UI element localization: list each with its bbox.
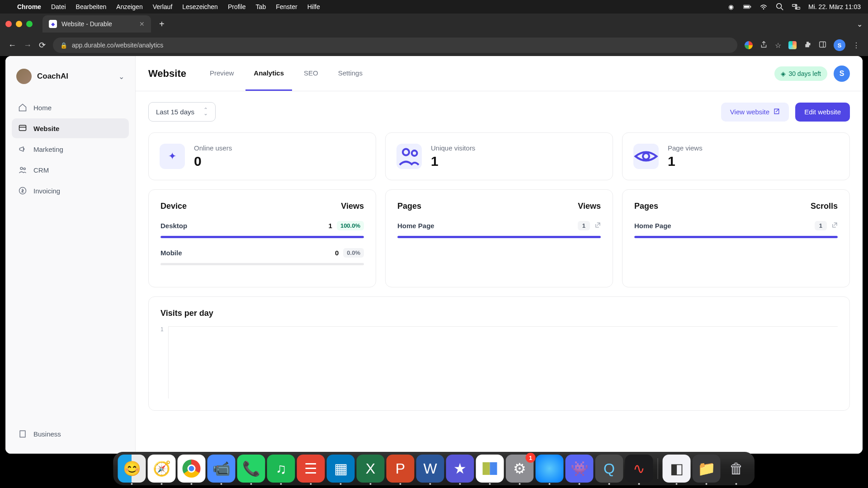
- search-icon[interactable]: [776, 3, 784, 11]
- menu-anzeigen[interactable]: Anzeigen: [116, 3, 142, 10]
- tab-seo[interactable]: SEO: [296, 56, 326, 91]
- share-icon[interactable]: [760, 41, 768, 50]
- record-icon[interactable]: ◉: [727, 3, 735, 11]
- sidebar-item-business[interactable]: Business: [12, 424, 129, 444]
- browser-tab[interactable]: ◆ Website - Durable ✕: [42, 15, 151, 33]
- tab-preview[interactable]: Preview: [202, 56, 242, 91]
- kpi-value: 0: [194, 154, 232, 169]
- svg-rect-1: [744, 6, 750, 8]
- dock-chrome[interactable]: [178, 455, 206, 483]
- sidebar-item-label: Business: [33, 430, 61, 438]
- dock-trello[interactable]: ▦: [327, 455, 355, 483]
- battery-icon[interactable]: [743, 3, 751, 11]
- dock-powerpoint[interactable]: P: [387, 455, 415, 483]
- device-row-mobile: Mobile 0 0.0%: [160, 248, 364, 265]
- dock-settings[interactable]: ⚙1: [506, 455, 534, 483]
- dock-trash[interactable]: 🗑: [722, 455, 750, 483]
- trial-badge[interactable]: ◈ 30 days left: [774, 66, 827, 81]
- browser-menu-icon[interactable]: ⋮: [853, 41, 860, 50]
- menubar-app-name[interactable]: Chrome: [17, 3, 41, 10]
- dock-whatsapp[interactable]: 📞: [237, 455, 265, 483]
- profile-avatar[interactable]: S: [834, 39, 845, 51]
- menu-bearbeiten[interactable]: Bearbeiten: [76, 3, 107, 10]
- date-range-select[interactable]: Last 15 days ⌃⌄: [148, 102, 216, 122]
- card-head-a: Pages: [634, 202, 658, 211]
- menu-hilfe[interactable]: Hilfe: [307, 3, 320, 10]
- menubar-datetime[interactable]: Mi. 22. März 11:03: [808, 3, 861, 10]
- kpi-value: 1: [431, 154, 475, 169]
- workspace-switcher[interactable]: CoachAI ⌄: [12, 65, 129, 88]
- menu-verlauf[interactable]: Verlauf: [153, 3, 173, 10]
- dock-drive[interactable]: [476, 455, 504, 483]
- dock-zoom[interactable]: 📹: [208, 455, 236, 483]
- external-link-icon[interactable]: [831, 222, 838, 230]
- svg-rect-17: [20, 431, 25, 437]
- chevron-down-icon: ⌄: [118, 72, 124, 81]
- svg-point-4: [777, 4, 782, 9]
- business-icon: [18, 429, 27, 438]
- trial-text: 30 days left: [788, 70, 821, 77]
- kpi-value: 1: [668, 154, 703, 169]
- back-button[interactable]: ←: [8, 41, 16, 50]
- tab-settings[interactable]: Settings: [330, 56, 371, 91]
- close-window-button[interactable]: [5, 21, 12, 27]
- menu-fenster[interactable]: Fenster: [276, 3, 297, 10]
- minimize-window-button[interactable]: [16, 21, 22, 27]
- external-link-icon[interactable]: [594, 222, 601, 230]
- menu-profile[interactable]: Profile: [228, 3, 246, 10]
- dock-finder[interactable]: 😊: [118, 455, 146, 483]
- forward-button[interactable]: →: [24, 41, 32, 50]
- dock-safari[interactable]: 🧭: [148, 455, 176, 483]
- device-name: Mobile: [160, 249, 330, 257]
- dock-spotify[interactable]: ♫: [267, 455, 295, 483]
- sidebar-item-website[interactable]: Website: [12, 118, 129, 138]
- svg-rect-12: [19, 125, 26, 131]
- tab-analytics[interactable]: Analytics: [245, 56, 292, 91]
- edit-website-button[interactable]: Edit website: [795, 103, 850, 122]
- sidebar-item-marketing[interactable]: Marketing: [12, 139, 129, 159]
- wifi-icon[interactable]: [760, 3, 768, 11]
- control-center-icon[interactable]: [792, 3, 800, 11]
- bookmark-icon[interactable]: ☆: [775, 41, 781, 50]
- new-tab-button[interactable]: +: [156, 17, 168, 31]
- browser-chrome: ◆ Website - Durable ✕ + ⌄ ← → ⟳ 🔒 app.du…: [0, 14, 868, 56]
- svg-point-14: [20, 167, 23, 169]
- visits-chart-card: Visits per day 1: [148, 296, 850, 411]
- reload-button[interactable]: ⟳: [39, 40, 46, 50]
- dock-excel[interactable]: X: [357, 455, 385, 483]
- dock-discord[interactable]: 👾: [566, 455, 594, 483]
- sidebar-item-crm[interactable]: CRM: [12, 160, 129, 180]
- dock-word[interactable]: W: [416, 455, 444, 483]
- dock-todoist[interactable]: ☰: [297, 455, 325, 483]
- maximize-window-button[interactable]: [26, 21, 33, 27]
- sidebar-item-home[interactable]: Home: [12, 98, 129, 117]
- sidepanel-icon[interactable]: [819, 41, 826, 50]
- marketing-icon: [18, 145, 27, 154]
- menu-lesezeichen[interactable]: Lesezeichen: [182, 3, 218, 10]
- close-tab-icon[interactable]: ✕: [139, 20, 145, 28]
- sidebar-item-label: CRM: [33, 166, 49, 174]
- extensions-icon[interactable]: [804, 41, 811, 50]
- page-count: 1: [578, 221, 590, 230]
- address-bar[interactable]: 🔒 app.durable.co/website/analytics: [53, 38, 737, 53]
- sidebar-item-invoicing[interactable]: Invoicing: [12, 181, 129, 201]
- user-avatar[interactable]: S: [834, 66, 850, 82]
- dock-folder[interactable]: 📁: [693, 455, 721, 483]
- device-count: 1: [329, 222, 332, 230]
- menu-tab[interactable]: Tab: [256, 3, 266, 10]
- view-website-button[interactable]: View website: [721, 103, 789, 122]
- dock-imovie[interactable]: ★: [446, 455, 474, 483]
- dock-quicktime[interactable]: Q: [595, 455, 623, 483]
- edit-website-label: Edit website: [804, 108, 841, 116]
- dock-badge: 1: [526, 453, 536, 463]
- chart-plot-area: [168, 326, 838, 399]
- dock-app-white[interactable]: ◧: [663, 455, 691, 483]
- menu-datei[interactable]: Datei: [51, 3, 66, 10]
- dock-app-teal[interactable]: [536, 455, 564, 483]
- card-head-b: Scrolls: [811, 202, 838, 211]
- tab-overflow-icon[interactable]: ⌄: [857, 20, 863, 28]
- kpi-label: Online users: [194, 144, 232, 152]
- google-icon[interactable]: [745, 41, 753, 49]
- extension-color-icon[interactable]: [788, 41, 797, 49]
- dock-voice-memos[interactable]: ∿: [625, 455, 653, 483]
